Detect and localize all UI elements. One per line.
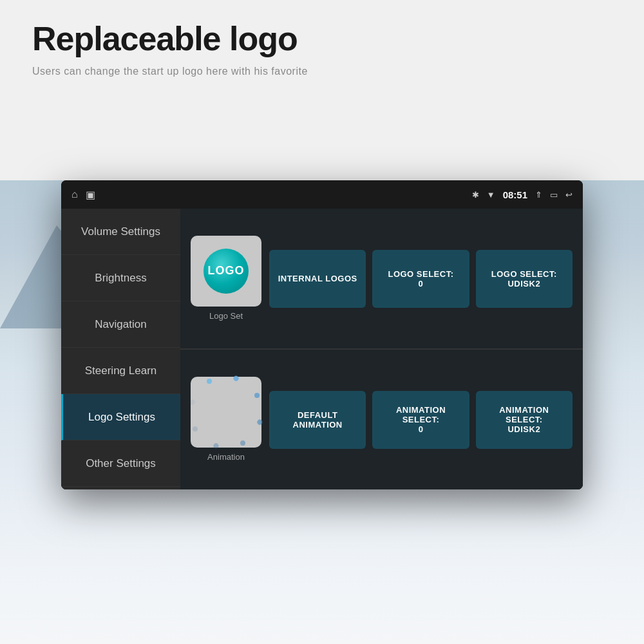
spinner-dot-4 xyxy=(256,418,263,425)
spinner-dot-6 xyxy=(213,442,220,449)
spinner-dot-7 xyxy=(193,426,198,431)
logo-select-udisk2-button[interactable]: LOGO SELECT:UDISK2 xyxy=(476,250,573,308)
spinner-dot-1 xyxy=(207,379,212,384)
sidebar-label-steering: Steering Learn xyxy=(85,365,157,377)
default-animation-label: DEFAULTANIMATION xyxy=(293,410,343,430)
animation-preview-box xyxy=(191,377,261,448)
animation-select-0-button[interactable]: ANIMATIONSELECT:0 xyxy=(372,391,469,449)
loading-spinner xyxy=(207,393,245,431)
animation-select-udisk2-label: ANIMATIONSELECT:UDISK2 xyxy=(499,405,549,434)
sidebar-item-logo-settings[interactable]: Logo Settings xyxy=(61,394,180,440)
sidebar-label-other: Other Settings xyxy=(86,457,156,470)
sidebar-label-navigation: Navigation xyxy=(95,318,146,331)
spinner-dot-2 xyxy=(232,375,240,382)
logo-select-0-button[interactable]: LOGO SELECT:0 xyxy=(372,250,469,308)
sidebar-item-navigation[interactable]: Navigation xyxy=(61,301,180,348)
screen-icon: ▭ xyxy=(550,190,558,200)
home-icon: ⌂ xyxy=(71,189,78,200)
logo-select-udisk2-label: LOGO SELECT:UDISK2 xyxy=(491,269,557,289)
status-time: 08:51 xyxy=(503,189,527,200)
logo-section: LOGO Logo Set INTERNAL LOGOS LOGO SELECT… xyxy=(180,209,583,349)
sidebar-label-logo: Logo Settings xyxy=(88,411,155,424)
right-content: LOGO Logo Set INTERNAL LOGOS LOGO SELECT… xyxy=(180,209,583,489)
animation-preview-wrapper: Animation xyxy=(191,377,261,448)
status-bar-right: ✱ ▼ 08:51 ⇑ ▭ ↩ xyxy=(472,189,573,200)
sidebar-item-brightness[interactable]: Brightness xyxy=(61,255,180,301)
expand-icon: ⇑ xyxy=(535,190,542,200)
sidebar-label-volume: Volume Settings xyxy=(81,225,160,238)
status-bar: ⌂ ▣ ✱ ▼ 08:51 ⇑ ▭ ↩ xyxy=(61,180,583,209)
animation-select-0-label: ANIMATIONSELECT:0 xyxy=(396,405,446,434)
logo-select-0-label: LOGO SELECT:0 xyxy=(388,269,453,289)
content-area: Volume Settings Brightness Navigation St… xyxy=(61,209,583,489)
status-bar-left: ⌂ ▣ xyxy=(71,189,95,201)
logo-buttons: INTERNAL LOGOS LOGO SELECT:0 LOGO SELECT… xyxy=(269,250,573,308)
wifi-icon: ▼ xyxy=(487,190,495,200)
logo-preview-box: LOGO xyxy=(191,236,261,307)
page-title: Replaceable logo xyxy=(32,19,612,58)
logo-circle: LOGO xyxy=(204,249,249,294)
device-screen: ⌂ ▣ ✱ ▼ 08:51 ⇑ ▭ ↩ Volume Settings Brig… xyxy=(61,180,583,489)
spinner-dot-3 xyxy=(254,393,260,398)
back-icon: ↩ xyxy=(565,190,573,200)
bluetooth-icon: ✱ xyxy=(472,190,479,200)
header: Replaceable logo Users can change the st… xyxy=(32,19,612,77)
sidebar: Volume Settings Brightness Navigation St… xyxy=(61,209,180,489)
animation-label: Animation xyxy=(191,452,261,462)
animation-grid-row: Animation DEFAULTANIMATION ANIMATIONSELE… xyxy=(180,350,583,489)
animation-select-udisk2-button[interactable]: ANIMATIONSELECT:UDISK2 xyxy=(476,391,573,449)
sidebar-label-brightness: Brightness xyxy=(95,272,146,285)
logo-set-label: Logo Set xyxy=(191,311,261,321)
sidebar-item-other-settings[interactable]: Other Settings xyxy=(61,440,180,487)
animation-section: Animation DEFAULTANIMATION ANIMATIONSELE… xyxy=(180,350,583,489)
spinner-dot-8 xyxy=(189,398,196,405)
logo-text: LOGO xyxy=(208,264,245,278)
page-subtitle: Users can change the start up logo here … xyxy=(32,66,612,77)
animation-buttons: DEFAULTANIMATION ANIMATIONSELECT:0 ANIMA… xyxy=(269,391,573,449)
default-animation-button[interactable]: DEFAULTANIMATION xyxy=(269,391,366,449)
logo-grid-row: LOGO Logo Set INTERNAL LOGOS LOGO SELECT… xyxy=(180,209,583,348)
sidebar-item-volume-settings[interactable]: Volume Settings xyxy=(61,209,180,255)
sidebar-item-steering-learn[interactable]: Steering Learn xyxy=(61,348,180,394)
internal-logos-button[interactable]: INTERNAL LOGOS xyxy=(269,250,366,308)
spinner-dot-5 xyxy=(240,440,245,446)
logo-preview-wrapper: LOGO Logo Set xyxy=(191,236,261,307)
camera-icon: ▣ xyxy=(86,189,95,201)
